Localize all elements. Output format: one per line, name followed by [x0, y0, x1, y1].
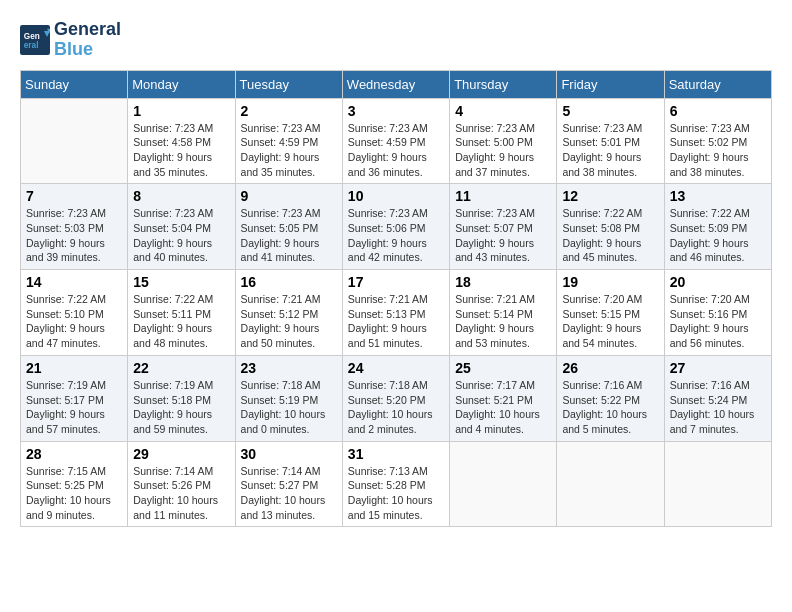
- calendar-cell: 17Sunrise: 7:21 AMSunset: 5:13 PMDayligh…: [342, 270, 449, 356]
- weekday-header-sunday: Sunday: [21, 70, 128, 98]
- calendar-week-5: 28Sunrise: 7:15 AMSunset: 5:25 PMDayligh…: [21, 441, 772, 527]
- day-info: Sunrise: 7:16 AMSunset: 5:22 PMDaylight:…: [562, 378, 658, 437]
- day-number: 28: [26, 446, 122, 462]
- calendar-cell: [450, 441, 557, 527]
- logo-icon: Gen eral: [20, 25, 50, 55]
- day-info: Sunrise: 7:23 AMSunset: 5:00 PMDaylight:…: [455, 121, 551, 180]
- calendar-cell: 24Sunrise: 7:18 AMSunset: 5:20 PMDayligh…: [342, 355, 449, 441]
- day-info: Sunrise: 7:17 AMSunset: 5:21 PMDaylight:…: [455, 378, 551, 437]
- day-info: Sunrise: 7:22 AMSunset: 5:11 PMDaylight:…: [133, 292, 229, 351]
- calendar-cell: 22Sunrise: 7:19 AMSunset: 5:18 PMDayligh…: [128, 355, 235, 441]
- svg-text:Gen: Gen: [24, 31, 40, 40]
- calendar-cell: 10Sunrise: 7:23 AMSunset: 5:06 PMDayligh…: [342, 184, 449, 270]
- day-number: 17: [348, 274, 444, 290]
- calendar-cell: 5Sunrise: 7:23 AMSunset: 5:01 PMDaylight…: [557, 98, 664, 184]
- calendar-cell: 25Sunrise: 7:17 AMSunset: 5:21 PMDayligh…: [450, 355, 557, 441]
- calendar-cell: 31Sunrise: 7:13 AMSunset: 5:28 PMDayligh…: [342, 441, 449, 527]
- calendar-cell: 28Sunrise: 7:15 AMSunset: 5:25 PMDayligh…: [21, 441, 128, 527]
- day-info: Sunrise: 7:20 AMSunset: 5:16 PMDaylight:…: [670, 292, 766, 351]
- weekday-header-thursday: Thursday: [450, 70, 557, 98]
- day-info: Sunrise: 7:23 AMSunset: 5:01 PMDaylight:…: [562, 121, 658, 180]
- calendar-week-2: 7Sunrise: 7:23 AMSunset: 5:03 PMDaylight…: [21, 184, 772, 270]
- day-info: Sunrise: 7:23 AMSunset: 4:59 PMDaylight:…: [348, 121, 444, 180]
- calendar-cell: 8Sunrise: 7:23 AMSunset: 5:04 PMDaylight…: [128, 184, 235, 270]
- day-info: Sunrise: 7:20 AMSunset: 5:15 PMDaylight:…: [562, 292, 658, 351]
- logo-text-line1: General: [54, 20, 121, 40]
- calendar-cell: 2Sunrise: 7:23 AMSunset: 4:59 PMDaylight…: [235, 98, 342, 184]
- day-number: 21: [26, 360, 122, 376]
- calendar-cell: 13Sunrise: 7:22 AMSunset: 5:09 PMDayligh…: [664, 184, 771, 270]
- calendar-week-1: 1Sunrise: 7:23 AMSunset: 4:58 PMDaylight…: [21, 98, 772, 184]
- calendar-cell: 1Sunrise: 7:23 AMSunset: 4:58 PMDaylight…: [128, 98, 235, 184]
- day-number: 26: [562, 360, 658, 376]
- day-info: Sunrise: 7:23 AMSunset: 5:06 PMDaylight:…: [348, 206, 444, 265]
- calendar-cell: 26Sunrise: 7:16 AMSunset: 5:22 PMDayligh…: [557, 355, 664, 441]
- day-info: Sunrise: 7:23 AMSunset: 5:03 PMDaylight:…: [26, 206, 122, 265]
- calendar-cell: 21Sunrise: 7:19 AMSunset: 5:17 PMDayligh…: [21, 355, 128, 441]
- weekday-header-friday: Friday: [557, 70, 664, 98]
- day-info: Sunrise: 7:22 AMSunset: 5:09 PMDaylight:…: [670, 206, 766, 265]
- day-number: 18: [455, 274, 551, 290]
- calendar-cell: [557, 441, 664, 527]
- calendar-cell: 12Sunrise: 7:22 AMSunset: 5:08 PMDayligh…: [557, 184, 664, 270]
- day-info: Sunrise: 7:14 AMSunset: 5:27 PMDaylight:…: [241, 464, 337, 523]
- day-info: Sunrise: 7:22 AMSunset: 5:10 PMDaylight:…: [26, 292, 122, 351]
- day-number: 14: [26, 274, 122, 290]
- calendar-cell: [21, 98, 128, 184]
- day-number: 25: [455, 360, 551, 376]
- day-number: 22: [133, 360, 229, 376]
- calendar-cell: 15Sunrise: 7:22 AMSunset: 5:11 PMDayligh…: [128, 270, 235, 356]
- day-number: 5: [562, 103, 658, 119]
- calendar-cell: 4Sunrise: 7:23 AMSunset: 5:00 PMDaylight…: [450, 98, 557, 184]
- calendar-week-4: 21Sunrise: 7:19 AMSunset: 5:17 PMDayligh…: [21, 355, 772, 441]
- calendar-cell: 3Sunrise: 7:23 AMSunset: 4:59 PMDaylight…: [342, 98, 449, 184]
- day-number: 29: [133, 446, 229, 462]
- logo-text-line2: Blue: [54, 40, 121, 60]
- calendar-cell: 9Sunrise: 7:23 AMSunset: 5:05 PMDaylight…: [235, 184, 342, 270]
- day-number: 16: [241, 274, 337, 290]
- day-number: 27: [670, 360, 766, 376]
- day-number: 12: [562, 188, 658, 204]
- day-info: Sunrise: 7:16 AMSunset: 5:24 PMDaylight:…: [670, 378, 766, 437]
- calendar-cell: 23Sunrise: 7:18 AMSunset: 5:19 PMDayligh…: [235, 355, 342, 441]
- day-number: 7: [26, 188, 122, 204]
- calendar-cell: 18Sunrise: 7:21 AMSunset: 5:14 PMDayligh…: [450, 270, 557, 356]
- day-number: 24: [348, 360, 444, 376]
- day-info: Sunrise: 7:21 AMSunset: 5:14 PMDaylight:…: [455, 292, 551, 351]
- day-number: 11: [455, 188, 551, 204]
- day-number: 15: [133, 274, 229, 290]
- calendar-cell: [664, 441, 771, 527]
- svg-text:eral: eral: [24, 40, 39, 49]
- calendar-cell: 19Sunrise: 7:20 AMSunset: 5:15 PMDayligh…: [557, 270, 664, 356]
- day-info: Sunrise: 7:23 AMSunset: 5:07 PMDaylight:…: [455, 206, 551, 265]
- day-info: Sunrise: 7:23 AMSunset: 5:05 PMDaylight:…: [241, 206, 337, 265]
- day-info: Sunrise: 7:13 AMSunset: 5:28 PMDaylight:…: [348, 464, 444, 523]
- day-number: 2: [241, 103, 337, 119]
- day-info: Sunrise: 7:23 AMSunset: 5:04 PMDaylight:…: [133, 206, 229, 265]
- weekday-header-tuesday: Tuesday: [235, 70, 342, 98]
- weekday-header-monday: Monday: [128, 70, 235, 98]
- calendar-cell: 11Sunrise: 7:23 AMSunset: 5:07 PMDayligh…: [450, 184, 557, 270]
- calendar-cell: 7Sunrise: 7:23 AMSunset: 5:03 PMDaylight…: [21, 184, 128, 270]
- day-info: Sunrise: 7:23 AMSunset: 5:02 PMDaylight:…: [670, 121, 766, 180]
- day-info: Sunrise: 7:18 AMSunset: 5:19 PMDaylight:…: [241, 378, 337, 437]
- day-number: 3: [348, 103, 444, 119]
- day-info: Sunrise: 7:15 AMSunset: 5:25 PMDaylight:…: [26, 464, 122, 523]
- day-info: Sunrise: 7:19 AMSunset: 5:17 PMDaylight:…: [26, 378, 122, 437]
- day-number: 9: [241, 188, 337, 204]
- weekday-header-row: SundayMondayTuesdayWednesdayThursdayFrid…: [21, 70, 772, 98]
- calendar-cell: 30Sunrise: 7:14 AMSunset: 5:27 PMDayligh…: [235, 441, 342, 527]
- day-info: Sunrise: 7:18 AMSunset: 5:20 PMDaylight:…: [348, 378, 444, 437]
- calendar-cell: 16Sunrise: 7:21 AMSunset: 5:12 PMDayligh…: [235, 270, 342, 356]
- day-number: 31: [348, 446, 444, 462]
- calendar-cell: 27Sunrise: 7:16 AMSunset: 5:24 PMDayligh…: [664, 355, 771, 441]
- day-number: 20: [670, 274, 766, 290]
- day-number: 19: [562, 274, 658, 290]
- day-info: Sunrise: 7:22 AMSunset: 5:08 PMDaylight:…: [562, 206, 658, 265]
- calendar-cell: 29Sunrise: 7:14 AMSunset: 5:26 PMDayligh…: [128, 441, 235, 527]
- day-number: 10: [348, 188, 444, 204]
- page-header: Gen eral General Blue: [20, 20, 772, 60]
- day-number: 13: [670, 188, 766, 204]
- calendar-cell: 6Sunrise: 7:23 AMSunset: 5:02 PMDaylight…: [664, 98, 771, 184]
- calendar-cell: 14Sunrise: 7:22 AMSunset: 5:10 PMDayligh…: [21, 270, 128, 356]
